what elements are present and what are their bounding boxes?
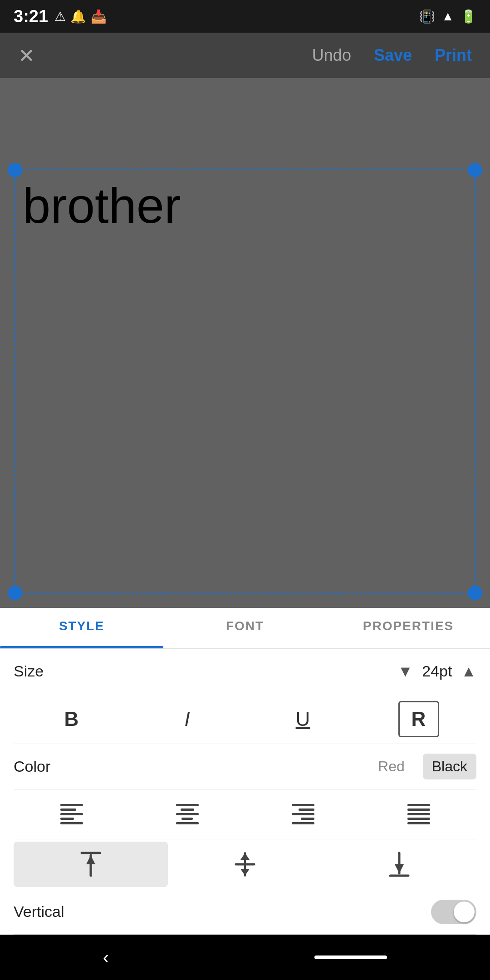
handle-bottom-left[interactable]: [8, 586, 22, 600]
print-button[interactable]: Print: [435, 46, 472, 65]
valign-bottom-button[interactable]: [322, 842, 476, 887]
color-label: Color: [14, 758, 369, 775]
back-button[interactable]: ‹: [103, 947, 109, 968]
align-left-button[interactable]: [51, 796, 92, 833]
battery-icon: 🔋: [461, 9, 476, 24]
warning-icon: ⚠: [54, 9, 66, 24]
align-center-button[interactable]: [167, 796, 208, 833]
tab-style[interactable]: STYLE: [0, 608, 163, 648]
status-bar: 3:21 ⚠ 🔔 📥 📳 ▲ 🔋: [0, 0, 490, 33]
valign-top-icon: [79, 851, 102, 878]
svg-marker-2: [86, 855, 95, 864]
svg-marker-5: [240, 853, 250, 860]
format-row: B I U R: [14, 694, 476, 744]
style-panel: Size ▼ 24pt ▲ B I U R Color Red Black: [0, 649, 490, 935]
valign-center-icon: [234, 851, 256, 878]
size-row: Size ▼ 24pt ▲: [14, 649, 476, 694]
size-dropdown-icon[interactable]: ▼: [398, 662, 413, 680]
undo-button[interactable]: Undo: [312, 46, 351, 65]
handle-top-left[interactable]: [8, 163, 22, 177]
toolbar-right: Undo Save Print: [312, 46, 472, 65]
vertical-toggle-row: Vertical: [14, 889, 476, 935]
close-button[interactable]: ✕: [18, 44, 35, 67]
size-label: Size: [14, 662, 398, 680]
handle-top-right[interactable]: [468, 163, 482, 177]
svg-marker-7: [240, 869, 250, 876]
color-row: Color Red Black: [14, 744, 476, 789]
status-time: 3:21: [14, 7, 48, 26]
align-row: [14, 789, 476, 839]
valign-top-button[interactable]: [14, 842, 168, 887]
valign-row: [14, 839, 476, 889]
info-icon: 🔔: [70, 9, 86, 24]
valign-bottom-icon: [388, 851, 411, 878]
size-controls: ▼ 24pt ▲: [398, 662, 477, 680]
toolbar-left: ✕: [18, 44, 35, 67]
text-content[interactable]: brother: [23, 178, 181, 233]
vertical-toggle[interactable]: [431, 900, 476, 924]
top-toolbar: ✕ Undo Save Print: [0, 33, 490, 78]
align-right-button[interactable]: [283, 796, 323, 833]
color-red[interactable]: Red: [369, 754, 414, 779]
italic-button[interactable]: I: [167, 701, 208, 737]
status-bar-right: 📳 ▲ 🔋: [419, 9, 476, 24]
tab-properties[interactable]: PROPERTIES: [327, 608, 490, 648]
toggle-knob: [454, 902, 475, 922]
tabs-row: STYLE FONT PROPERTIES: [0, 608, 490, 649]
bottom-nav: ‹: [0, 935, 490, 980]
status-bar-left: 3:21 ⚠ 🔔 📥: [14, 7, 107, 26]
bottom-panel: STYLE FONT PROPERTIES Size ▼ 24pt ▲ B I …: [0, 608, 490, 935]
download-icon: 📥: [91, 9, 107, 24]
save-button[interactable]: Save: [374, 46, 412, 65]
vertical-label: Vertical: [14, 903, 431, 921]
align-justify-button[interactable]: [398, 796, 439, 833]
underline-button[interactable]: U: [283, 701, 323, 737]
home-pill[interactable]: [314, 956, 387, 959]
regular-button[interactable]: R: [398, 701, 439, 737]
size-value: 24pt: [422, 662, 452, 680]
wifi-icon: ▲: [441, 9, 454, 24]
handle-bottom-right[interactable]: [468, 586, 482, 600]
status-icons: ⚠ 🔔 📥: [54, 9, 107, 24]
text-box-container[interactable]: brother: [14, 169, 476, 594]
size-up-icon[interactable]: ▲: [461, 662, 476, 680]
tab-font[interactable]: FONT: [163, 608, 327, 648]
color-black[interactable]: Black: [423, 754, 476, 779]
valign-center-button[interactable]: [168, 842, 322, 887]
svg-marker-10: [395, 864, 404, 873]
vibrate-icon: 📳: [419, 9, 435, 24]
bold-button[interactable]: B: [51, 701, 92, 737]
canvas-area[interactable]: brother: [0, 78, 490, 608]
color-options: Red Black: [369, 754, 476, 779]
